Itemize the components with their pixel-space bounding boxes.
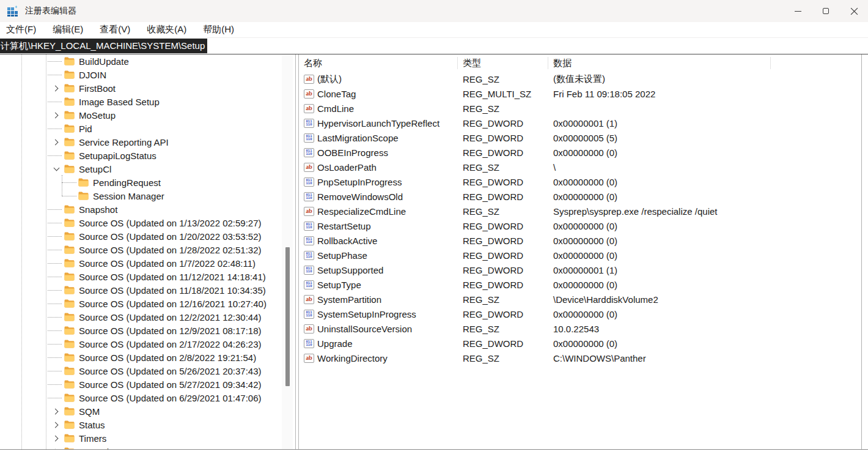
tree-item[interactable]: Source OS (Updated on 1/13/2022 02:59:27… [0, 216, 282, 229]
tree-item[interactable]: Source OS (Updated on 11/18/2021 10:34:3… [0, 283, 282, 297]
value-row[interactable]: HypervisorLaunchTypeReflect REG_DWORD 0x… [299, 116, 861, 130]
values-list: (默认) REG_SZ (数值未设置) CloneTag REG_MULTI_S… [299, 72, 861, 365]
string-value-icon [304, 89, 314, 99]
tree-item[interactable]: Source OS (Updated on 12/2/2021 12:30:44… [0, 310, 282, 324]
value-type: REG_MULTI_SZ [458, 89, 548, 99]
value-row[interactable]: OOBEInProgress REG_DWORD 0x00000000 (0) [299, 145, 861, 160]
chevron-right-icon[interactable] [52, 420, 61, 429]
chevron-right-icon[interactable] [52, 434, 61, 442]
tree-item[interactable]: SQM [0, 404, 282, 418]
tree-item[interactable]: Source OS (Updated on 12/9/2021 08:17:18… [0, 324, 282, 337]
value-row[interactable]: RespecializeCmdLine REG_SZ Sysprep\syspr… [299, 204, 861, 218]
tree-item[interactable]: SetupapiLogStatus [0, 149, 282, 162]
chevron-right-icon[interactable] [52, 447, 61, 449]
value-row[interactable]: CmdLine REG_SZ [299, 101, 861, 116]
column-header-type[interactable]: 类型 [458, 57, 548, 69]
value-row[interactable]: OsLoaderPath REG_SZ \ [299, 160, 861, 174]
tree-item[interactable]: Source OS (Updated on 12/16/2021 10:27:4… [0, 297, 282, 310]
dword-value-icon [304, 339, 314, 348]
column-header-data[interactable]: 数据 [548, 57, 771, 69]
tree-item[interactable]: Source OS (Updated on 1/7/2022 02:48:11) [0, 256, 282, 270]
menu-item[interactable]: 收藏夹(A) [147, 24, 186, 35]
column-header-name[interactable]: 名称 [299, 57, 458, 69]
tree-item[interactable]: Timers [0, 431, 282, 445]
tree-item[interactable]: Source OS (Updated on 1/28/2022 02:51:32… [0, 243, 282, 256]
menu-item[interactable]: 编辑(E) [53, 24, 83, 35]
value-name: WorkingDirectory [317, 353, 388, 363]
value-type: REG_DWORD [458, 118, 548, 129]
tree-item[interactable]: PendingRequest [0, 176, 282, 189]
tree-item-label: SetupCl [79, 164, 111, 174]
value-row[interactable]: RollbackActive REG_DWORD 0x00000000 (0) [299, 233, 861, 248]
value-row[interactable]: SystemPartition REG_SZ \Device\HarddiskV… [299, 292, 861, 307]
folder-icon [64, 353, 75, 362]
menu-item[interactable]: 帮助(H) [203, 24, 234, 35]
tree-scrollbar-thumb[interactable] [285, 247, 290, 386]
menu-item[interactable]: 文件(F) [6, 24, 36, 35]
folder-icon [64, 138, 75, 146]
value-row[interactable]: PnpSetupInProgress REG_DWORD 0x00000000 … [299, 174, 861, 189]
value-row[interactable]: SetupType REG_DWORD 0x00000000 (0) [299, 277, 861, 292]
chevron-right-icon[interactable] [52, 407, 61, 416]
value-row[interactable]: LastMigrationScope REG_DWORD 0x00000005 … [299, 130, 861, 145]
value-row[interactable]: UninstallSourceVersion REG_SZ 10.0.22543 [299, 321, 861, 336]
value-data: 0x00000000 (0) [548, 309, 771, 319]
tree-item[interactable]: Source OS (Updated on 11/12/2021 14:18:4… [0, 270, 282, 283]
tree-item[interactable]: Source OS (Updated on 1/20/2022 03:53:52… [0, 229, 282, 243]
value-name: Upgrade [317, 338, 353, 349]
folder-icon [64, 407, 75, 416]
tree-item-label: Upgrade [79, 447, 114, 450]
chevron-right-icon[interactable] [52, 84, 61, 92]
dword-value-icon [304, 192, 314, 201]
folder-icon [64, 259, 75, 267]
tree-item[interactable]: Source OS (Updated on 2/8/2022 19:21:54) [0, 351, 282, 364]
tree-item[interactable]: Pid [0, 122, 282, 135]
maximize-button[interactable] [812, 0, 840, 22]
tree-item-label: SetupapiLogStatus [79, 151, 156, 161]
folder-icon [64, 232, 75, 240]
menu-item[interactable]: 查看(V) [100, 24, 130, 35]
tree-item[interactable]: BuildUpdate [0, 54, 282, 68]
address-input[interactable]: 计算机\HKEY_LOCAL_MACHINE\SYSTEM\Setup [0, 39, 207, 53]
tree-item-label: Source OS (Updated on 2/8/2022 19:21:54) [79, 352, 256, 363]
tree-item[interactable]: Source OS (Updated on 5/27/2021 09:34:42… [0, 378, 282, 391]
tree-item[interactable]: Service Reporting API [0, 135, 282, 149]
tree-item[interactable]: SetupCl [0, 162, 282, 176]
value-name: RespecializeCmdLine [317, 206, 406, 217]
value-row[interactable]: RestartSetup REG_DWORD 0x00000000 (0) [299, 218, 861, 233]
value-type: REG_SZ [458, 324, 548, 334]
string-value-icon [304, 354, 314, 363]
tree-item[interactable]: Source OS (Updated on 2/17/2022 04:26:23… [0, 337, 282, 351]
value-type: REG_DWORD [458, 133, 548, 143]
value-row[interactable]: CloneTag REG_MULTI_SZ Fri Feb 11 09:18:0… [299, 86, 861, 101]
address-bar[interactable]: 计算机\HKEY_LOCAL_MACHINE\SYSTEM\Setup [0, 38, 868, 54]
chevron-right-icon[interactable] [52, 138, 61, 146]
folder-icon [64, 218, 75, 227]
registry-editor-window: 注册表编辑器 文件(F) 编辑(E) 查看(V) 收藏夹(A) [0, 0, 868, 451]
value-row[interactable]: SetupPhase REG_DWORD 0x00000000 (0) [299, 248, 861, 263]
value-row[interactable]: WorkingDirectory REG_SZ C:\WINDOWS\Panth… [299, 351, 861, 365]
tree-item[interactable]: Status [0, 418, 282, 431]
value-row[interactable]: RemoveWindowsOld REG_DWORD 0x00000000 (0… [299, 189, 861, 204]
value-name: SystemSetupInProgress [317, 309, 416, 319]
tree-item[interactable]: FirstBoot [0, 81, 282, 95]
chevron-down-icon[interactable] [52, 165, 61, 173]
value-row[interactable]: SetupSupported REG_DWORD 0x00000001 (1) [299, 263, 861, 277]
value-row[interactable]: Upgrade REG_DWORD 0x00000000 (0) [299, 336, 861, 351]
folder-icon [78, 178, 89, 187]
tree-item[interactable]: Image Based Setup [0, 95, 282, 108]
tree-item-label: Source OS (Updated on 12/9/2021 08:17:18… [79, 326, 262, 336]
chevron-right-icon[interactable] [52, 111, 61, 119]
value-row[interactable]: SystemSetupInProgress REG_DWORD 0x000000… [299, 307, 861, 321]
value-type: REG_SZ [458, 74, 548, 84]
tree-item[interactable]: Source OS (Updated on 6/29/2021 01:47:06… [0, 391, 282, 404]
minimize-button[interactable] [784, 0, 812, 22]
tree-item[interactable]: Session Manager [0, 189, 282, 203]
tree-item[interactable]: MoSetup [0, 108, 282, 122]
close-button[interactable] [840, 0, 868, 22]
tree-item[interactable]: Snapshot [0, 203, 282, 216]
tree-item[interactable]: DJOIN [0, 68, 282, 81]
tree-item[interactable]: Upgrade [0, 445, 282, 449]
tree-item[interactable]: Source OS (Updated on 5/26/2021 20:37:43… [0, 364, 282, 378]
value-row[interactable]: (默认) REG_SZ (数值未设置) [299, 72, 861, 86]
